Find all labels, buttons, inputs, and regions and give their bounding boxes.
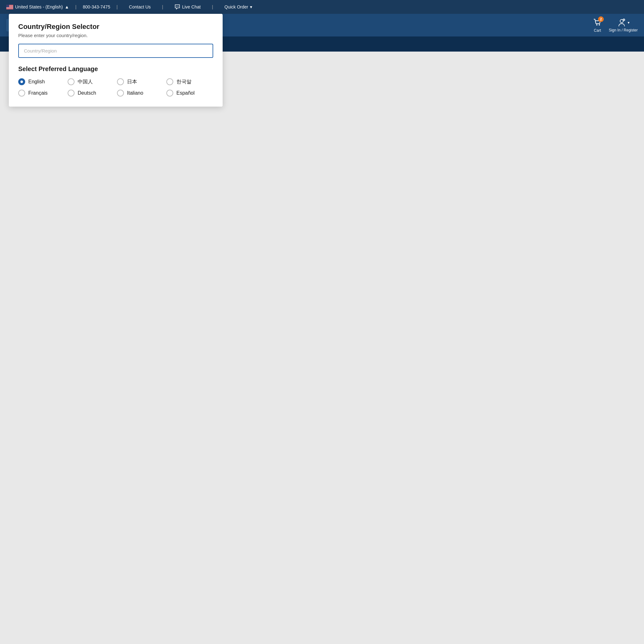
lang-label: Español — [176, 90, 195, 96]
radio-circle — [166, 90, 173, 97]
svg-rect-13 — [6, 5, 9, 7]
divider-2: | — [116, 4, 118, 9]
selector-subtitle: Please enter your country/region. — [18, 33, 213, 38]
signin-button[interactable]: ▾ Sign In / Register — [609, 18, 638, 32]
chevron-up-icon: ▲ — [65, 4, 69, 9]
lang-option-日本[interactable]: 日本 — [117, 78, 164, 85]
selector-title: Country/Region Selector — [18, 23, 213, 31]
signin-label: Sign In / Register — [609, 28, 638, 32]
page-background — [0, 52, 644, 644]
radio-circle — [68, 90, 75, 97]
divider-4: | — [212, 4, 213, 9]
svg-rect-11 — [6, 8, 13, 9]
lang-label: 中国人 — [78, 79, 93, 85]
radio-circle — [18, 90, 25, 97]
lang-option-français[interactable]: Français — [18, 90, 65, 97]
language-grid: English中国人日本한국말FrançaisDeutschItalianoEs… — [18, 78, 213, 97]
lang-label: Italiano — [127, 90, 143, 96]
cart-icon-wrap: 2 — [592, 18, 602, 28]
divider-3: | — [162, 4, 163, 9]
lang-option-deutsch[interactable]: Deutsch — [68, 90, 114, 97]
chevron-down-icon: ▾ — [250, 4, 252, 9]
lang-label: Deutsch — [78, 90, 96, 96]
chevron-down-icon-signin: ▾ — [628, 20, 630, 25]
radio-circle — [117, 90, 124, 97]
signin-icon-wrap: ▾ — [617, 18, 630, 27]
lang-label: English — [28, 79, 45, 85]
person-icon — [617, 18, 626, 27]
country-selector-trigger[interactable]: United States - (English) ▲ — [6, 4, 69, 9]
lang-option-中国人[interactable]: 中国人 — [68, 78, 114, 85]
nav-actions: 2 Cart ▾ Sign In / Register — [592, 18, 638, 33]
svg-point-15 — [177, 6, 178, 7]
phone-number: 800-343-7475 — [83, 4, 110, 9]
top-utility-bar: United States - (English) ▲ | 800-343-74… — [0, 0, 644, 14]
radio-circle — [166, 78, 173, 85]
lang-option-한국말[interactable]: 한국말 — [166, 78, 213, 85]
svg-rect-12 — [6, 9, 13, 9]
lang-option-italiano[interactable]: Italiano — [117, 90, 164, 97]
country-region-input[interactable] — [18, 44, 213, 58]
radio-circle — [117, 78, 124, 85]
radio-inner-dot — [20, 81, 23, 83]
lang-label: 한국말 — [176, 79, 192, 85]
svg-rect-8 — [6, 8, 13, 8]
svg-point-14 — [176, 6, 176, 7]
chat-bubble-icon — [175, 4, 180, 10]
cart-badge: 2 — [598, 16, 604, 22]
quick-order-link[interactable]: Quick Order ▾ — [219, 4, 257, 9]
live-chat-link[interactable]: Live Chat — [169, 4, 206, 10]
quick-order-label: Quick Order — [225, 4, 248, 9]
us-flag-icon — [6, 5, 13, 9]
lang-section-title: Select Preferred Language — [18, 65, 213, 73]
live-chat-label: Live Chat — [182, 4, 201, 9]
lang-option-english[interactable]: English — [18, 78, 65, 85]
radio-circle — [68, 78, 75, 85]
lang-label: Français — [28, 90, 47, 96]
cart-label: Cart — [594, 28, 601, 33]
svg-rect-7 — [6, 7, 13, 8]
country-label: United States - (English) — [15, 4, 63, 9]
radio-circle — [18, 78, 25, 85]
lang-label: 日本 — [127, 79, 137, 85]
svg-point-19 — [596, 24, 597, 25]
divider-1: | — [75, 4, 77, 9]
lang-option-español[interactable]: Español — [166, 90, 213, 97]
cart-button[interactable]: 2 Cart — [592, 18, 602, 33]
country-region-selector: Country/Region Selector Please enter you… — [9, 14, 223, 107]
svg-point-16 — [178, 6, 179, 7]
svg-point-20 — [599, 24, 600, 25]
contact-us-link[interactable]: Contact Us — [124, 4, 156, 9]
svg-rect-9 — [6, 8, 13, 8]
